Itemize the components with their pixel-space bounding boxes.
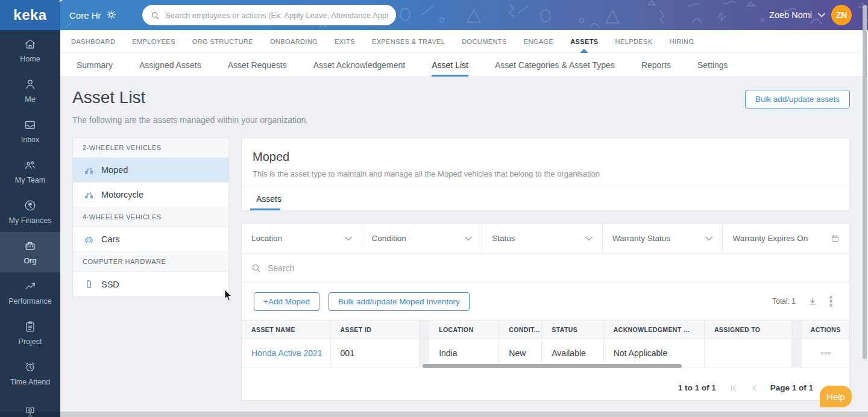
- main-nav: DASHBOARD EMPLOYEES ORG STRUCTURE ONBOAR…: [60, 30, 868, 53]
- category-item-moped[interactable]: Moped: [73, 158, 228, 183]
- sidebar-item-project[interactable]: Project: [0, 313, 60, 353]
- nav-engage[interactable]: ENGAGE: [524, 30, 553, 53]
- calendar-icon: [831, 234, 840, 243]
- column-status[interactable]: STATUS: [542, 321, 603, 338]
- category-item-cars[interactable]: Cars: [73, 227, 228, 252]
- download-icon[interactable]: [808, 296, 817, 306]
- horizontal-scrollbar[interactable]: [423, 364, 682, 368]
- pagination-range: 1 to 1 of 1: [678, 383, 716, 392]
- sidebar-item-label: Project: [19, 337, 42, 346]
- column-asset-name[interactable]: ASSET NAME: [242, 321, 331, 338]
- filter-warranty-expires[interactable]: Warranty Expires On: [723, 224, 849, 253]
- sidebar-item-label: My Team: [15, 176, 45, 184]
- filter-warranty-status[interactable]: Warranty Status: [603, 224, 723, 253]
- filter-condition[interactable]: Condition: [362, 224, 483, 253]
- sidebar-item-org[interactable]: Org: [0, 232, 60, 272]
- tab-asset-requests[interactable]: Asset Requests: [228, 53, 287, 77]
- tab-settings[interactable]: Settings: [697, 53, 728, 77]
- column-actions[interactable]: ACTIONS: [802, 321, 849, 338]
- nav-assets[interactable]: ASSETS: [570, 30, 598, 53]
- sidebar-item-label: Org: [24, 257, 37, 265]
- sidebar-item-my-team[interactable]: My Team: [0, 151, 60, 192]
- project-icon: [24, 320, 37, 333]
- sidebar-item-my-finances[interactable]: My Finances: [0, 192, 60, 232]
- tab-asset-acknowledgement[interactable]: Asset Acknowledgement: [313, 53, 406, 77]
- asset-type-card: Moped This is the asset type to maintain…: [241, 137, 850, 211]
- search-icon: [251, 263, 261, 273]
- nav-employees[interactable]: EMPLOYEES: [132, 30, 175, 53]
- column-condition[interactable]: CONDIT...: [499, 321, 542, 338]
- nav-helpdesk[interactable]: HELPDESK: [615, 30, 653, 53]
- pagination: 1 to 1 of 1 Page 1 of 1: [678, 383, 832, 392]
- asset-type-tabs: Assets: [242, 186, 849, 210]
- tab-assets-underline: [250, 208, 280, 210]
- kebab-menu-icon[interactable]: [829, 296, 832, 307]
- asset-search-input[interactable]: [268, 263, 849, 273]
- avatar[interactable]: ZN: [831, 5, 852, 25]
- nav-documents[interactable]: DOCUMENTS: [462, 30, 507, 53]
- asset-search-row: [242, 254, 849, 283]
- column-location[interactable]: LOCATION: [429, 321, 499, 338]
- tab-assigned-assets[interactable]: Assigned Assets: [139, 53, 201, 77]
- column-assigned-to[interactable]: ASSIGNED TO: [705, 321, 793, 338]
- filter-label: Status: [492, 234, 515, 243]
- filter-location[interactable]: Location: [242, 224, 362, 253]
- column-acknowledgment[interactable]: ACKNOWLEDGMENT ...: [604, 321, 705, 338]
- global-search-input[interactable]: [165, 11, 388, 20]
- asset-name-link[interactable]: Honda Activa 2021: [251, 348, 322, 358]
- first-page-icon[interactable]: [729, 384, 738, 392]
- tab-assets[interactable]: Assets: [256, 186, 281, 211]
- toolbar-right: Total: 1: [772, 296, 832, 307]
- frozen-column-divider: [420, 339, 429, 367]
- sidebar-item-me[interactable]: Me: [0, 71, 60, 111]
- sidebar-item-label: Performance: [8, 297, 52, 306]
- user-menu[interactable]: Zoeb Nomi ZN: [769, 0, 852, 30]
- filter-label: Warranty Status: [612, 234, 670, 243]
- filter-status[interactable]: Status: [482, 224, 603, 253]
- bulk-add-update-assets-button[interactable]: Bulk add/update assets: [745, 90, 850, 108]
- sidebar-item-home[interactable]: Home: [0, 30, 60, 71]
- window-scrollbar[interactable]: [863, 5, 867, 359]
- nav-onboarding[interactable]: ONBOARDING: [270, 30, 318, 53]
- keka-logo-spark-icon: [58, 0, 68, 3]
- category-item-motorcycle[interactable]: Motorcycle: [73, 183, 228, 207]
- nav-hiring[interactable]: HIRING: [670, 30, 694, 53]
- keka-logo[interactable]: keka: [0, 0, 60, 30]
- sidebar-item-performance[interactable]: Performance: [0, 272, 60, 313]
- sidebar-item-payroll[interactable]: [0, 393, 60, 417]
- nav-expenses-travel[interactable]: EXPENSES & TRAVEL: [372, 30, 445, 53]
- page-subtitle: The following are the assets managed wit…: [72, 115, 308, 125]
- bottom-edge-shadow: [0, 412, 868, 417]
- status-cell: Available: [542, 339, 603, 367]
- bulk-add-update-moped-button[interactable]: Bulk add/update Moped Inventory: [329, 292, 470, 311]
- team-icon: [24, 158, 37, 172]
- nav-org-structure[interactable]: ORG STRUCTURE: [192, 30, 253, 53]
- row-actions-icon[interactable]: [820, 351, 831, 355]
- tab-reports[interactable]: Reports: [641, 53, 671, 77]
- table-row: Honda Activa 2021 001 India New Availabl…: [242, 339, 849, 368]
- gear-icon[interactable]: [106, 10, 116, 20]
- sidebar-item-time-attend[interactable]: Time Attend: [0, 353, 60, 393]
- category-item-ssd[interactable]: SSD: [73, 272, 228, 296]
- nav-exits[interactable]: EXITS: [335, 30, 355, 53]
- sidebar-item-inbox[interactable]: Inbox: [0, 111, 60, 151]
- org-icon: [24, 239, 37, 252]
- tab-asset-list[interactable]: Asset List: [432, 53, 468, 77]
- sidebar-item-label: Home: [20, 55, 40, 63]
- scooter-icon: [84, 165, 94, 175]
- user-name: Zoeb Nomi: [769, 10, 812, 20]
- tab-asset-categories[interactable]: Asset Categories & Asset Types: [495, 53, 615, 77]
- header-doodle-pattern: [0, 0, 868, 30]
- column-asset-id[interactable]: ASSET ID: [331, 321, 420, 338]
- location-cell: India: [429, 339, 499, 367]
- category-item-label: Cars: [101, 234, 120, 244]
- total-count-label: Total: 1: [772, 297, 796, 306]
- add-moped-button[interactable]: +Add Moped: [254, 292, 319, 311]
- prev-page-icon[interactable]: [751, 384, 757, 392]
- tab-summary[interactable]: Summary: [77, 53, 113, 77]
- home-icon: [24, 37, 37, 51]
- help-button[interactable]: Help: [820, 386, 852, 407]
- global-search: [142, 5, 396, 25]
- actions-cell: [802, 339, 849, 367]
- nav-dashboard[interactable]: DASHBOARD: [71, 30, 115, 53]
